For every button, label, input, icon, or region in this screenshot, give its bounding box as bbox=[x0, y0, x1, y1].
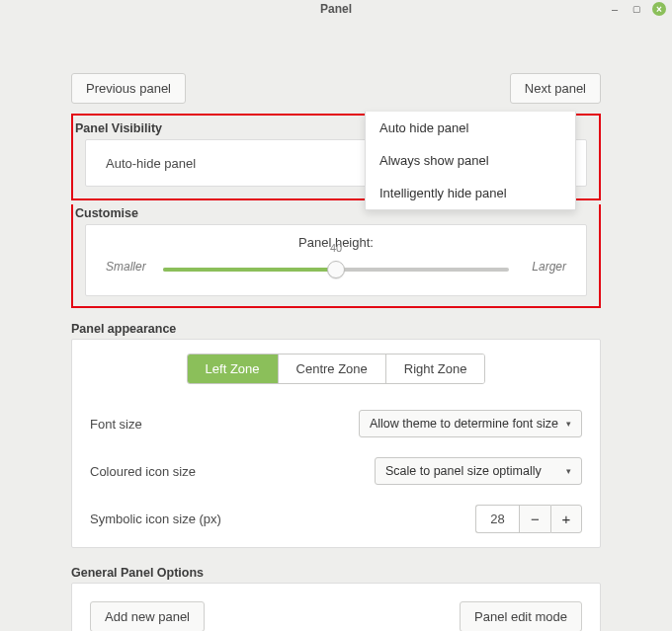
menu-item-auto-hide[interactable]: Auto hide panel bbox=[366, 112, 575, 144]
coloured-icon-size-label: Coloured icon size bbox=[90, 464, 196, 479]
font-size-dropdown[interactable]: Allow theme to determine font size ▾ bbox=[359, 410, 582, 437]
zone-left-button[interactable]: Left Zone bbox=[188, 355, 278, 383]
auto-hide-dropdown-menu: Auto hide panel Always show panel Intell… bbox=[365, 112, 576, 210]
coloured-icon-size-value: Scale to panel size optimally bbox=[385, 464, 542, 478]
zone-centre-button[interactable]: Centre Zone bbox=[278, 355, 385, 383]
stepper-minus-button[interactable]: − bbox=[519, 505, 550, 533]
window-title: Panel bbox=[320, 2, 352, 16]
panel-height-slider[interactable]: 40 bbox=[163, 254, 509, 279]
minimize-button[interactable]: – bbox=[609, 3, 621, 15]
chevron-down-icon: ▾ bbox=[566, 419, 571, 429]
menu-item-intelligent-hide[interactable]: Intelligently hide panel bbox=[366, 177, 575, 209]
slider-track-fill bbox=[163, 268, 336, 272]
slider-smaller-label: Smaller bbox=[106, 260, 153, 274]
window-controls: – ▢ × bbox=[609, 2, 666, 16]
previous-panel-button[interactable]: Previous panel bbox=[71, 73, 186, 104]
close-button[interactable]: × bbox=[652, 2, 666, 16]
close-icon: × bbox=[656, 4, 662, 15]
symbolic-icon-size-label: Symbolic icon size (px) bbox=[90, 512, 221, 526]
slider-value-tooltip: 40 bbox=[330, 242, 342, 254]
panel-edit-mode-button[interactable]: Panel edit mode bbox=[460, 601, 582, 631]
font-size-value: Allow theme to determine font size bbox=[370, 417, 558, 431]
maximize-button[interactable]: ▢ bbox=[630, 3, 642, 15]
customise-section: Customise Panel height: Smaller 40 Large… bbox=[71, 204, 601, 308]
zone-right-button[interactable]: Right Zone bbox=[385, 355, 485, 383]
panel-appearance-heading: Panel appearance bbox=[71, 322, 601, 336]
coloured-icon-size-dropdown[interactable]: Scale to panel size optimally ▾ bbox=[375, 457, 582, 485]
stepper-plus-button[interactable]: + bbox=[550, 505, 582, 533]
panel-nav-row: Previous panel Next panel bbox=[71, 73, 601, 104]
slider-thumb[interactable] bbox=[327, 261, 345, 278]
symbolic-icon-size-stepper: 28 − + bbox=[475, 505, 582, 533]
chevron-down-icon: ▾ bbox=[566, 466, 571, 476]
general-panel-options-card: Add new panel Panel edit mode Allow the … bbox=[71, 583, 601, 631]
auto-hide-label: Auto-hide panel bbox=[106, 156, 196, 171]
titlebar: Panel – ▢ × bbox=[0, 0, 672, 18]
add-new-panel-button[interactable]: Add new panel bbox=[90, 601, 205, 631]
menu-item-always-show[interactable]: Always show panel bbox=[366, 144, 575, 177]
slider-larger-label: Larger bbox=[519, 260, 566, 274]
general-panel-options-heading: General Panel Options bbox=[71, 566, 601, 580]
next-panel-button[interactable]: Next panel bbox=[510, 73, 601, 104]
panel-appearance-card: Left Zone Centre Zone Right Zone Font si… bbox=[71, 339, 601, 548]
font-size-label: Font size bbox=[90, 417, 142, 432]
zone-segmented-control: Left Zone Centre Zone Right Zone bbox=[187, 354, 486, 384]
symbolic-icon-size-value: 28 bbox=[475, 505, 519, 533]
